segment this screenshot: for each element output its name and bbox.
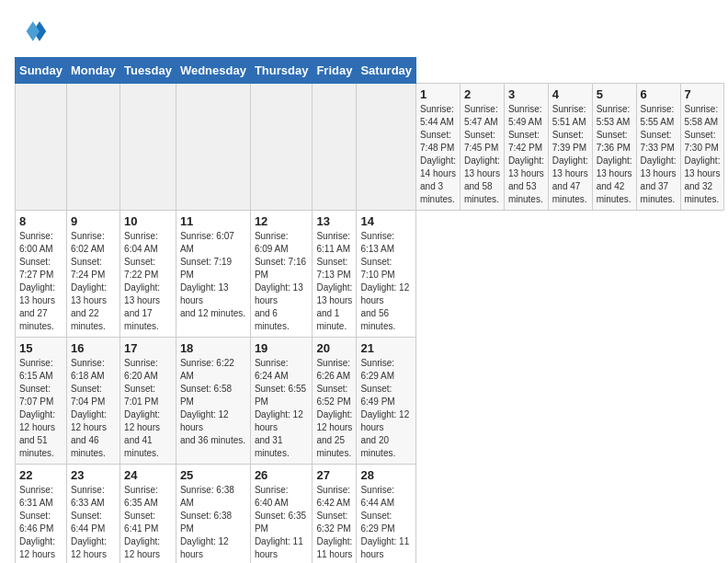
day-number: 26 (255, 468, 309, 482)
day-info: Sunrise: 5:49 AM Sunset: 7:42 PM Dayligh… (508, 103, 544, 206)
calendar-cell (176, 84, 250, 211)
calendar-cell: 18Sunrise: 6:22 AM Sunset: 6:58 PM Dayli… (176, 338, 250, 465)
calendar-cell: 16Sunrise: 6:18 AM Sunset: 7:04 PM Dayli… (66, 338, 119, 465)
day-number: 12 (255, 214, 309, 228)
column-header-monday: Monday (66, 58, 119, 84)
day-number: 4 (552, 87, 588, 101)
header-row: SundayMondayTuesdayWednesdayThursdayFrid… (16, 58, 724, 84)
calendar-cell: 8Sunrise: 6:00 AM Sunset: 7:27 PM Daylig… (16, 211, 67, 338)
calendar-cell: 25Sunrise: 6:38 AM Sunset: 6:38 PM Dayli… (176, 465, 250, 564)
calendar-cell: 21Sunrise: 6:29 AM Sunset: 6:49 PM Dayli… (357, 338, 416, 465)
day-info: Sunrise: 6:00 AM Sunset: 7:27 PM Dayligh… (19, 230, 63, 333)
day-info: Sunrise: 6:13 AM Sunset: 7:10 PM Dayligh… (360, 230, 412, 333)
calendar-cell: 12Sunrise: 6:09 AM Sunset: 7:16 PM Dayli… (250, 211, 313, 338)
calendar-cell (16, 84, 67, 211)
calendar-cell: 26Sunrise: 6:40 AM Sunset: 6:35 PM Dayli… (250, 465, 313, 564)
day-number: 20 (316, 341, 352, 355)
day-info: Sunrise: 5:53 AM Sunset: 7:36 PM Dayligh… (597, 103, 632, 206)
column-header-tuesday: Tuesday (120, 58, 176, 84)
day-info: Sunrise: 6:42 AM Sunset: 6:32 PM Dayligh… (316, 484, 352, 563)
column-header-sunday: Sunday (16, 58, 67, 84)
logo (15, 15, 53, 48)
calendar-body: 1Sunrise: 5:44 AM Sunset: 7:48 PM Daylig… (16, 84, 724, 564)
day-number: 10 (124, 214, 172, 228)
calendar-cell (313, 84, 357, 211)
calendar-cell (250, 84, 313, 211)
calendar-cell: 23Sunrise: 6:33 AM Sunset: 6:44 PM Dayli… (66, 465, 119, 564)
calendar-cell: 20Sunrise: 6:26 AM Sunset: 6:52 PM Dayli… (313, 338, 357, 465)
day-number: 16 (71, 341, 116, 355)
column-header-wednesday: Wednesday (176, 58, 250, 84)
day-number: 19 (255, 341, 309, 355)
day-info: Sunrise: 6:15 AM Sunset: 7:07 PM Dayligh… (19, 357, 63, 460)
day-info: Sunrise: 6:20 AM Sunset: 7:01 PM Dayligh… (124, 357, 172, 460)
calendar-cell: 9Sunrise: 6:02 AM Sunset: 7:24 PM Daylig… (66, 211, 119, 338)
calendar-cell (66, 84, 119, 211)
calendar-cell: 28Sunrise: 6:44 AM Sunset: 6:29 PM Dayli… (357, 465, 416, 564)
day-info: Sunrise: 6:11 AM Sunset: 7:13 PM Dayligh… (316, 230, 352, 333)
day-info: Sunrise: 6:44 AM Sunset: 6:29 PM Dayligh… (360, 484, 412, 563)
day-info: Sunrise: 6:22 AM Sunset: 6:58 PM Dayligh… (180, 357, 246, 447)
calendar-cell: 15Sunrise: 6:15 AM Sunset: 7:07 PM Dayli… (16, 338, 67, 465)
page-container: SundayMondayTuesdayWednesdayThursdayFrid… (0, 0, 728, 563)
calendar-cell (120, 84, 176, 211)
calendar-cell: 5Sunrise: 5:53 AM Sunset: 7:36 PM Daylig… (592, 84, 636, 211)
calendar-cell: 17Sunrise: 6:20 AM Sunset: 7:01 PM Dayli… (120, 338, 176, 465)
day-info: Sunrise: 6:38 AM Sunset: 6:38 PM Dayligh… (180, 484, 246, 563)
day-number: 15 (19, 341, 63, 355)
day-number: 17 (124, 341, 172, 355)
day-info: Sunrise: 5:47 AM Sunset: 7:45 PM Dayligh… (464, 103, 500, 206)
day-number: 24 (124, 468, 172, 482)
day-info: Sunrise: 6:31 AM Sunset: 6:46 PM Dayligh… (19, 484, 63, 563)
calendar-cell: 13Sunrise: 6:11 AM Sunset: 7:13 PM Dayli… (313, 211, 357, 338)
calendar-cell: 27Sunrise: 6:42 AM Sunset: 6:32 PM Dayli… (313, 465, 357, 564)
day-number: 18 (180, 341, 246, 355)
day-info: Sunrise: 6:18 AM Sunset: 7:04 PM Dayligh… (71, 357, 116, 460)
day-number: 6 (641, 87, 677, 101)
day-info: Sunrise: 6:02 AM Sunset: 7:24 PM Dayligh… (71, 230, 116, 333)
week-row: 15Sunrise: 6:15 AM Sunset: 7:07 PM Dayli… (16, 338, 724, 465)
calendar-cell: 6Sunrise: 5:55 AM Sunset: 7:33 PM Daylig… (636, 84, 680, 211)
day-number: 3 (508, 87, 544, 101)
week-row: 1Sunrise: 5:44 AM Sunset: 7:48 PM Daylig… (16, 84, 724, 211)
day-number: 8 (19, 214, 63, 228)
day-number: 11 (180, 214, 246, 228)
week-row: 8Sunrise: 6:00 AM Sunset: 7:27 PM Daylig… (16, 211, 724, 338)
day-number: 28 (360, 468, 412, 482)
calendar-cell: 3Sunrise: 5:49 AM Sunset: 7:42 PM Daylig… (504, 84, 548, 211)
day-number: 9 (71, 214, 116, 228)
column-header-saturday: Saturday (357, 58, 416, 84)
calendar-cell: 14Sunrise: 6:13 AM Sunset: 7:10 PM Dayli… (357, 211, 416, 338)
day-number: 25 (180, 468, 246, 482)
header (15, 15, 713, 48)
calendar-cell: 4Sunrise: 5:51 AM Sunset: 7:39 PM Daylig… (548, 84, 592, 211)
calendar-header: SundayMondayTuesdayWednesdayThursdayFrid… (16, 58, 724, 84)
calendar-cell: 2Sunrise: 5:47 AM Sunset: 7:45 PM Daylig… (460, 84, 504, 211)
calendar-cell: 11Sunrise: 6:07 AM Sunset: 7:19 PM Dayli… (176, 211, 250, 338)
day-info: Sunrise: 6:26 AM Sunset: 6:52 PM Dayligh… (316, 357, 352, 460)
calendar-table: SundayMondayTuesdayWednesdayThursdayFrid… (15, 57, 724, 563)
day-number: 14 (360, 214, 412, 228)
day-number: 7 (685, 87, 721, 101)
week-row: 22Sunrise: 6:31 AM Sunset: 6:46 PM Dayli… (16, 465, 724, 564)
calendar-cell: 1Sunrise: 5:44 AM Sunset: 7:48 PM Daylig… (416, 84, 461, 211)
calendar-cell: 10Sunrise: 6:04 AM Sunset: 7:22 PM Dayli… (120, 211, 176, 338)
day-info: Sunrise: 5:44 AM Sunset: 7:48 PM Dayligh… (420, 103, 456, 206)
logo-icon (15, 15, 48, 48)
calendar-cell: 19Sunrise: 6:24 AM Sunset: 6:55 PM Dayli… (250, 338, 313, 465)
day-info: Sunrise: 6:33 AM Sunset: 6:44 PM Dayligh… (71, 484, 116, 563)
day-info: Sunrise: 6:29 AM Sunset: 6:49 PM Dayligh… (360, 357, 412, 460)
day-number: 27 (316, 468, 352, 482)
column-header-friday: Friday (313, 58, 357, 84)
calendar-cell: 24Sunrise: 6:35 AM Sunset: 6:41 PM Dayli… (120, 465, 176, 564)
day-info: Sunrise: 5:55 AM Sunset: 7:33 PM Dayligh… (641, 103, 677, 206)
day-info: Sunrise: 5:51 AM Sunset: 7:39 PM Dayligh… (552, 103, 588, 206)
day-info: Sunrise: 5:58 AM Sunset: 7:30 PM Dayligh… (685, 103, 721, 206)
day-number: 23 (71, 468, 116, 482)
day-number: 22 (19, 468, 63, 482)
day-info: Sunrise: 6:04 AM Sunset: 7:22 PM Dayligh… (124, 230, 172, 333)
calendar-cell (357, 84, 416, 211)
column-header-thursday: Thursday (250, 58, 313, 84)
day-info: Sunrise: 6:09 AM Sunset: 7:16 PM Dayligh… (255, 230, 309, 333)
calendar-cell: 7Sunrise: 5:58 AM Sunset: 7:30 PM Daylig… (680, 84, 724, 211)
